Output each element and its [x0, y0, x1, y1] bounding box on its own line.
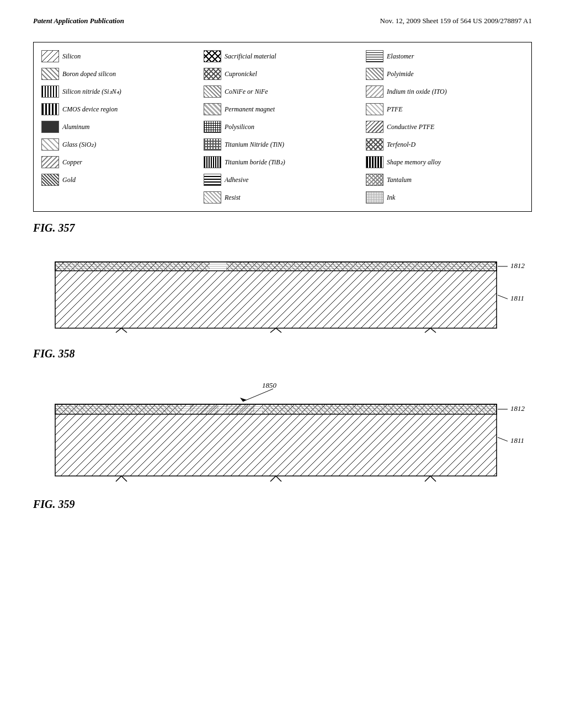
- svg-line-38: [498, 437, 508, 441]
- legend-label-silicon: Silicon: [62, 52, 81, 61]
- legend-item-shape-memory: Shape memory alloy: [364, 155, 526, 169]
- legend-label-polysilicon: Polysilicon: [225, 123, 254, 131]
- swatch-permanent: [204, 103, 221, 115]
- legend-item-cmos: CMOS device region: [39, 102, 201, 116]
- swatch-conductive-ptfe: [366, 121, 383, 133]
- fig359-container: 1850 1812 1811: [33, 371, 532, 493]
- swatch-glass: [41, 138, 59, 151]
- legend-item-gold: Gold: [39, 173, 201, 187]
- swatch-shape-memory: [366, 156, 383, 168]
- legend-item-sacrificial: Sacrificial material: [201, 49, 364, 63]
- legend-label-titanium-nitride: Titanium Nitride (TiN): [225, 141, 284, 149]
- svg-rect-26: [55, 404, 497, 476]
- swatch-ptfe: [366, 103, 383, 115]
- swatch-indium: [366, 85, 383, 98]
- swatch-cupronickel: [204, 68, 221, 80]
- svg-rect-13: [55, 262, 497, 328]
- legend-item-titanium-nitride: Titanium Nitride (TiN): [201, 137, 364, 152]
- fig358-container: 1812 1811: [33, 245, 532, 342]
- svg-line-22: [498, 295, 508, 299]
- legend-label-terfenol: Terfenol-D: [387, 141, 415, 149]
- legend-label-ptfe: PTFE: [387, 105, 403, 114]
- legend-label-titanium-boride: Titanium boride (TiB₂): [225, 158, 285, 167]
- fig357-label: FIG. 357: [33, 222, 532, 234]
- legend-label-boron: Boron doped silicon: [62, 70, 116, 78]
- swatch-cmos: [41, 103, 59, 115]
- fig359-svg: 1850 1812 1811: [50, 371, 535, 493]
- legend-label-cmos: CMOS device region: [62, 105, 118, 114]
- fig358-label: FIG. 358: [33, 347, 532, 360]
- fig359-label: FIG. 359: [33, 498, 532, 511]
- legend-label-aluminum: Aluminum: [62, 123, 89, 131]
- svg-rect-27: [55, 404, 182, 414]
- legend-label-indium: Indium tin oxide (ITO): [387, 88, 447, 96]
- swatch-polysilicon: [204, 121, 221, 133]
- legend-label-shape-memory: Shape memory alloy: [387, 158, 441, 167]
- legend-item-polyimide: Polyimide: [364, 67, 526, 81]
- legend-label-polyimide: Polyimide: [387, 70, 414, 78]
- legend-item-resist: Resist: [201, 190, 364, 205]
- legend-item-glass: Glass (SiO₂): [39, 137, 201, 152]
- swatch-gold: [41, 174, 59, 186]
- svg-marker-36: [240, 398, 247, 402]
- legend-label-silicon-nitride: Silicon nitride (Si₃N₄): [62, 88, 121, 96]
- legend-item-ink: Ink: [364, 190, 526, 205]
- swatch-adhesive: [204, 174, 221, 186]
- legend-item-titanium-boride: Titanium boride (TiB₂): [201, 155, 364, 169]
- label-1812-358: 1812: [510, 261, 525, 270]
- legend-item-elastomer: Elastomer: [364, 49, 526, 63]
- svg-line-35: [243, 389, 273, 402]
- legend-label-elastomer: Elastomer: [387, 52, 414, 61]
- swatch-polyimide: [366, 68, 383, 80]
- legend-label-gold: Gold: [62, 176, 76, 184]
- legend-item-cupronickel: Cupronickel: [201, 67, 364, 81]
- label-1811-358: 1811: [510, 294, 524, 302]
- legend-item-polysilicon: Polysilicon: [201, 120, 364, 134]
- legend-label-permanent: Permanent magnet: [225, 105, 275, 114]
- swatch-boron: [41, 68, 59, 80]
- swatch-ink: [366, 191, 383, 204]
- label-1811-359: 1811: [510, 436, 524, 445]
- legend-label-conife: CoNiFe or NiFe: [225, 88, 268, 96]
- page: Patent Application Publication Nov. 12, …: [0, 0, 565, 728]
- legend-label-conductive-ptfe: Conductive PTFE: [387, 123, 434, 131]
- legend-box: SiliconSacrificial materialElastomerBoro…: [33, 42, 532, 212]
- page-header: Patent Application Publication Nov. 12, …: [33, 17, 532, 25]
- legend-label-glass: Glass (SiO₂): [62, 141, 96, 149]
- swatch-terfenol: [366, 138, 383, 151]
- legend-label-sacrificial: Sacrificial material: [225, 52, 276, 61]
- svg-rect-30: [262, 404, 497, 414]
- swatch-silicon-nitride: [41, 85, 59, 98]
- fig358-svg: 1812 1811: [50, 245, 535, 342]
- swatch-elastomer: [366, 50, 383, 62]
- legend-label-copper: Copper: [62, 158, 82, 167]
- legend-label-resist: Resist: [225, 194, 241, 202]
- legend-item-silicon-nitride: Silicon nitride (Si₃N₄): [39, 84, 201, 99]
- legend-item-indium: Indium tin oxide (ITO): [364, 84, 526, 99]
- label-1812-359: 1812: [510, 404, 525, 413]
- legend-label-cupronickel: Cupronickel: [225, 70, 257, 78]
- publication-info: Nov. 12, 2009 Sheet 159 of 564 US 2009/2…: [380, 17, 532, 25]
- swatch-sacrificial: [204, 50, 221, 62]
- swatch-titanium-nitride: [204, 138, 221, 151]
- legend-item-ptfe: PTFE: [364, 102, 526, 116]
- legend-item-terfenol: Terfenol-D: [364, 137, 526, 152]
- swatch-resist: [204, 191, 221, 204]
- label-1850: 1850: [262, 381, 277, 389]
- legend-item-tantalum: Tantalum: [364, 173, 526, 187]
- legend-item-conductive-ptfe: Conductive PTFE: [364, 120, 526, 134]
- publication-label: Patent Application Publication: [33, 17, 124, 25]
- swatch-titanium-boride: [204, 156, 221, 168]
- legend-label-ink: Ink: [387, 194, 395, 202]
- svg-rect-28: [190, 404, 218, 414]
- swatch-tantalum: [366, 174, 383, 186]
- swatch-conife: [204, 85, 221, 98]
- legend-item-adhesive: Adhesive: [201, 173, 364, 187]
- legend-item-conife: CoNiFe or NiFe: [201, 84, 364, 99]
- swatch-silicon: [41, 50, 59, 62]
- legend-item-aluminum: Aluminum: [39, 120, 201, 134]
- swatch-aluminum: [41, 121, 59, 133]
- legend-item-silicon: Silicon: [39, 49, 201, 63]
- legend-item-boron: Boron doped silicon: [39, 67, 201, 81]
- legend-label-adhesive: Adhesive: [225, 176, 248, 184]
